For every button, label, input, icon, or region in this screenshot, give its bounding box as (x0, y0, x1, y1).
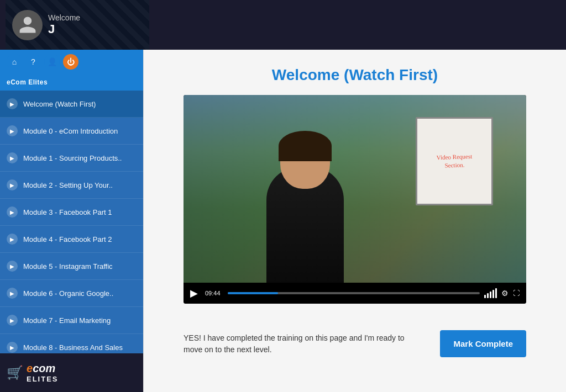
chevron-icon: ▶ (7, 206, 18, 218)
sidebar: ⌂ ? 👤 ⏻ eCom Elites ▶ Welcome (Watch Fir… (0, 50, 144, 392)
chevron-icon: ▶ (7, 98, 18, 109)
chevron-icon: ▶ (7, 125, 18, 136)
main-layout: ⌂ ? 👤 ⏻ eCom Elites ▶ Welcome (Watch Fir… (0, 50, 566, 392)
sidebar-item-module8[interactable]: ▶ Module 8 - Business And Sales (0, 334, 143, 353)
logo-com: com (33, 362, 55, 374)
person-figure (250, 128, 360, 283)
power-icon[interactable]: ⏻ (63, 54, 78, 70)
completion-text: YES! I have completed the training on th… (184, 332, 423, 356)
video-player[interactable]: Video RequestSection. ▶ 09:44 (184, 95, 526, 304)
chevron-icon: ▶ (7, 261, 18, 272)
sidebar-item-module1[interactable]: ▶ Module 1 - Sourcing Products.. (0, 145, 143, 172)
user-initial: J (48, 22, 80, 36)
sidebar-item-label: Module 7 - Email Marketing (23, 316, 111, 325)
sidebar-item-module6[interactable]: ▶ Module 6 - Organic Google.. (0, 280, 143, 307)
whiteboard: Video RequestSection. (416, 117, 493, 205)
home-icon[interactable]: ⌂ (7, 54, 22, 70)
sidebar-item-module3[interactable]: ▶ Module 3 - Facebook Part 1 (0, 199, 143, 226)
chevron-icon: ▶ (7, 179, 18, 190)
sidebar-item-module4[interactable]: ▶ Module 4 - Facebook Part 2 (0, 226, 143, 253)
sidebar-nav-icons: ⌂ ? 👤 ⏻ (0, 50, 143, 74)
sidebar-brand: eCom Elites (0, 74, 143, 91)
whiteboard-text: Video RequestSection. (434, 150, 475, 172)
completion-area: YES! I have completed the training on th… (184, 319, 526, 368)
fullscreen-icon[interactable]: ⛶ (513, 289, 520, 297)
sidebar-item-module7[interactable]: ▶ Module 7 - Email Marketing (0, 307, 143, 334)
welcome-label: Welcome (48, 13, 80, 22)
sidebar-item-label: Module 0 - eCom Introduction (23, 127, 118, 135)
sidebar-item-module5[interactable]: ▶ Module 5 - Instagram Traffic (0, 253, 143, 280)
logo-sub-text: ELITES (27, 375, 59, 383)
sidebar-item-module0[interactable]: ▶ Module 0 - eCom Introduction (0, 118, 143, 145)
volume-icon (484, 288, 497, 298)
time-display: 09:44 (202, 289, 223, 298)
progress-bar[interactable] (228, 292, 480, 294)
sidebar-item-label: Module 4 - Facebook Part 2 (23, 235, 112, 243)
sidebar-header-bg: Welcome J (6, 0, 149, 50)
sidebar-item-label: Welcome (Watch First) (23, 100, 96, 108)
sidebar-item-module2[interactable]: ▶ Module 2 - Setting Up Your.. (0, 172, 143, 199)
welcome-text: Welcome J (48, 13, 80, 36)
sidebar-item-label: Module 2 - Setting Up Your.. (23, 181, 113, 189)
video-thumbnail: Video RequestSection. (184, 95, 526, 283)
cart-icon: 🛒 (7, 365, 23, 380)
sidebar-item-label: Module 8 - Business And Sales (23, 343, 123, 352)
users-icon[interactable]: 👤 (44, 54, 60, 70)
avatar (12, 10, 43, 40)
page-title: Welcome (Watch First) (166, 66, 544, 84)
chevron-icon: ▶ (7, 152, 18, 163)
help-icon[interactable]: ? (25, 54, 41, 70)
play-button[interactable]: ▶ (190, 287, 198, 299)
chevron-icon: ▶ (7, 288, 18, 299)
sidebar-item-label: Module 5 - Instagram Traffic (23, 262, 113, 271)
video-controls: ▶ 09:44 ⚙ ⛶ (184, 283, 526, 304)
mark-complete-button[interactable]: Mark Complete (440, 330, 526, 357)
chevron-icon: ▶ (7, 234, 18, 245)
logo-main-text: ecom (27, 362, 59, 375)
sidebar-logo: 🛒 ecom ELITES (0, 353, 143, 392)
sidebar-item-label: Module 6 - Organic Google.. (23, 289, 113, 298)
sidebar-menu: ▶ Welcome (Watch First) ▶ Module 0 - eCo… (0, 91, 143, 353)
content-area: Welcome (Watch First) Video RequestSecti… (144, 50, 566, 392)
settings-icon[interactable]: ⚙ (501, 289, 509, 298)
sidebar-item-welcome[interactable]: ▶ Welcome (Watch First) (0, 91, 143, 118)
chevron-icon: ▶ (7, 342, 18, 353)
progress-fill (228, 292, 278, 294)
sidebar-item-label: Module 3 - Facebook Part 1 (23, 208, 112, 216)
top-header: Welcome J (0, 0, 566, 50)
logo-text-block: ecom ELITES (27, 362, 59, 383)
chevron-icon: ▶ (7, 315, 18, 326)
logo-e: e (27, 362, 33, 374)
sidebar-item-label: Module 1 - Sourcing Products.. (23, 154, 122, 162)
